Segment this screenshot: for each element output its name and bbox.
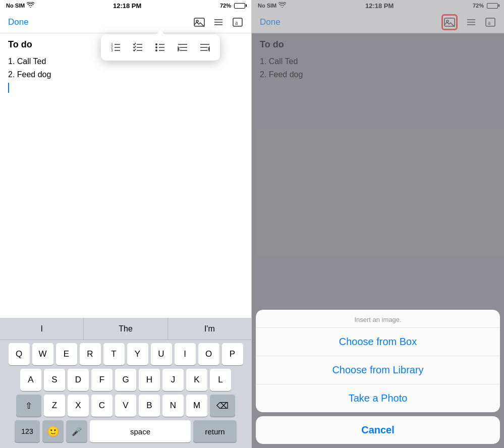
key-b[interactable]: B (139, 395, 160, 417)
list-bullet-btn[interactable] (151, 38, 170, 57)
key-shift[interactable]: ⇧ (16, 395, 41, 417)
suggestion-i[interactable]: I (0, 318, 84, 340)
key-g[interactable]: G (115, 369, 136, 391)
left-done-button[interactable]: Done (8, 17, 29, 27)
suggestion-im[interactable]: I'm (168, 318, 251, 340)
key-row-3: ⇧ Z X C V B N M ⌫ (2, 395, 250, 417)
svg-text:3: 3 (111, 48, 113, 52)
key-mic[interactable]: 🎤 (66, 420, 87, 442)
key-y[interactable]: Y (127, 343, 148, 365)
key-q[interactable]: Q (9, 343, 30, 365)
key-row-1: Q W E R T Y U I O P (2, 343, 250, 365)
key-z[interactable]: Z (44, 395, 65, 417)
left-toolbar: Done a (0, 11, 251, 33)
left-note-line2: 2. Feed dog (8, 68, 243, 81)
indent-left-btn[interactable] (174, 38, 192, 57)
left-status-time: 12:18 PM (113, 2, 141, 10)
left-status-left: No SIM (6, 2, 34, 9)
choose-from-box-button[interactable]: Choose from Box (256, 328, 500, 356)
format-popup: 1 2 3 (101, 34, 220, 61)
key-e[interactable]: E (56, 343, 77, 365)
indent-right-btn[interactable] (196, 38, 214, 57)
svg-point-19 (155, 43, 157, 45)
keyboard: I The I'm Q W E R T Y U I O P A S D (0, 318, 251, 448)
key-a[interactable]: A (20, 369, 41, 391)
left-note-area: To do 1. Call Ted 2. Feed dog (0, 33, 251, 318)
key-emoji[interactable]: 🙂 (42, 420, 64, 442)
left-battery-pct: 72% (220, 3, 231, 9)
list-icon[interactable] (213, 17, 224, 28)
key-k[interactable]: K (186, 369, 207, 391)
key-row-2: A S D F G H J K L (2, 369, 250, 391)
cancel-button[interactable]: Cancel (256, 416, 500, 444)
key-n[interactable]: N (162, 395, 184, 417)
list-check-btn[interactable] (129, 38, 147, 57)
key-row-4: 123 🙂 🎤 space return (2, 420, 250, 442)
left-carrier: No SIM (6, 3, 25, 9)
left-panel: No SIM 12:18 PM 72% Done (0, 0, 252, 448)
svg-text:a: a (235, 19, 238, 26)
text-cursor (8, 83, 9, 93)
left-note-body[interactable]: 1. Call Ted 2. Feed dog (8, 55, 243, 97)
image-insert-icon[interactable] (194, 17, 205, 28)
key-u[interactable]: U (151, 343, 172, 365)
keyboard-rows: Q W E R T Y U I O P A S D F G H J K (0, 340, 251, 448)
key-d[interactable]: D (68, 369, 89, 391)
left-status-right: 72% (220, 3, 245, 9)
left-battery-icon (234, 3, 245, 9)
suggestion-the[interactable]: The (84, 318, 167, 340)
take-photo-button[interactable]: Take a Photo (256, 384, 500, 412)
key-f[interactable]: F (91, 369, 113, 391)
text-style-icon[interactable]: a (232, 17, 243, 28)
key-w[interactable]: W (32, 343, 53, 365)
key-h[interactable]: H (139, 369, 160, 391)
key-delete[interactable]: ⌫ (210, 395, 235, 417)
modal-title: Insert an image. (256, 310, 500, 328)
left-status-bar: No SIM 12:18 PM 72% (0, 0, 251, 11)
modal-overlay: Insert an image. Choose from Box Choose … (252, 0, 504, 448)
svg-point-20 (155, 46, 157, 48)
key-v[interactable]: V (115, 395, 136, 417)
key-l[interactable]: L (210, 369, 231, 391)
key-numbers[interactable]: 123 (15, 420, 40, 442)
key-r[interactable]: R (80, 343, 101, 365)
modal-main: Insert an image. Choose from Box Choose … (256, 310, 500, 412)
key-j[interactable]: J (162, 369, 184, 391)
right-panel: No SIM 12:18 PM 72% Done (252, 0, 504, 448)
left-toolbar-icons: a (194, 17, 243, 28)
choose-from-library-button[interactable]: Choose from Library (256, 356, 500, 384)
key-o[interactable]: O (198, 343, 219, 365)
key-p[interactable]: P (222, 343, 243, 365)
modal-sheet: Insert an image. Choose from Box Choose … (256, 310, 500, 444)
keyboard-suggestions: I The I'm (0, 318, 251, 340)
key-t[interactable]: T (103, 343, 125, 365)
key-x[interactable]: X (68, 395, 89, 417)
key-return[interactable]: return (193, 420, 237, 442)
key-s[interactable]: S (44, 369, 65, 391)
key-space[interactable]: space (90, 420, 191, 442)
list-numbered-btn[interactable]: 1 2 3 (107, 38, 125, 57)
left-wifi-icon (27, 2, 34, 9)
key-m[interactable]: M (186, 395, 207, 417)
svg-point-21 (155, 49, 157, 51)
key-i[interactable]: I (175, 343, 196, 365)
key-c[interactable]: C (91, 395, 113, 417)
